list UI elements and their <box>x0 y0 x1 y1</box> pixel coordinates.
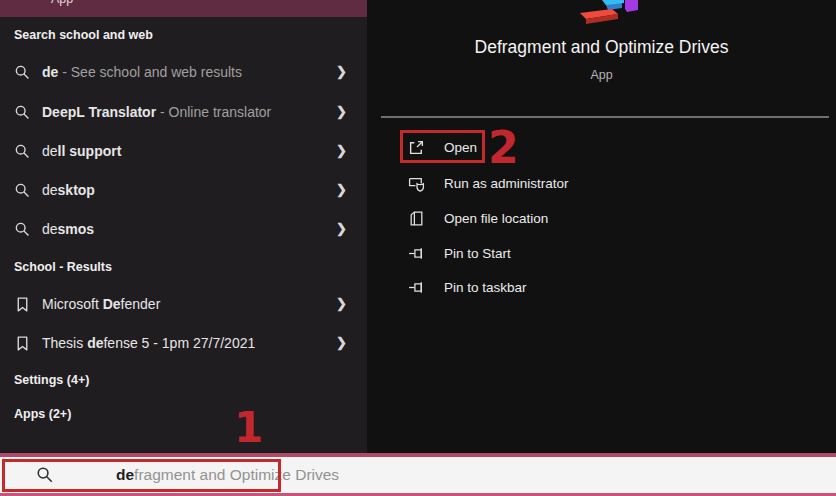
chevron-right-icon[interactable]: ❯ <box>336 104 347 119</box>
bookmark-icon <box>14 335 31 352</box>
app-subtitle: App <box>367 68 836 82</box>
annotation-step-1: 1 <box>234 407 263 449</box>
result-text: Thesis defense 5 - 1pm 27/7/2021 <box>42 335 255 351</box>
action-pin-to-taskbar[interactable]: Pin to taskbar <box>367 272 836 302</box>
bookmark-icon <box>14 296 31 313</box>
annotation-step-2: 2 <box>488 126 519 170</box>
suggestion-text: DeepL Translator - Online translator <box>42 104 271 120</box>
chevron-right-icon[interactable]: ❯ <box>336 64 347 79</box>
action-label: Pin to taskbar <box>444 280 527 295</box>
section-header-apps[interactable]: Apps (2+) <box>14 407 71 423</box>
search-icon <box>14 143 31 160</box>
file-location-icon <box>408 210 425 227</box>
chevron-right-icon[interactable]: ❯ <box>336 335 347 350</box>
result-detail-panel: Defragment and Optimize Drives App Open … <box>367 0 836 457</box>
start-menu-search: App Search school and web de - See schoo… <box>0 0 836 496</box>
section-header-web: Search school and web <box>14 28 153 44</box>
search-suggestion-row[interactable]: de - See school and web results ❯ <box>0 54 367 90</box>
chevron-right-icon[interactable]: ❯ <box>336 296 347 311</box>
search-icon <box>14 64 31 81</box>
action-open-file-location[interactable]: Open file location <box>367 203 836 233</box>
search-results-panel: App Search school and web de - See schoo… <box>0 0 367 457</box>
school-result-row[interactable]: Microsoft Defender ❯ <box>0 286 367 322</box>
action-run-as-admin[interactable]: Run as administrator <box>367 168 836 198</box>
admin-shield-icon <box>408 175 425 192</box>
suggestion-text: desktop <box>42 182 95 198</box>
suggestion-text: de - See school and web results <box>42 64 242 80</box>
annotation-box-open <box>400 130 485 163</box>
selected-item-label: App <box>51 0 73 6</box>
action-label: Pin to Start <box>444 246 511 261</box>
search-icon <box>14 182 31 199</box>
app-title: Defragment and Optimize Drives <box>367 37 836 58</box>
chevron-right-icon[interactable]: ❯ <box>336 143 347 158</box>
search-icon <box>14 104 31 121</box>
search-suggestion-row[interactable]: desktop ❯ <box>0 172 367 208</box>
action-pin-to-start[interactable]: Pin to Start <box>367 238 836 268</box>
pin-icon <box>408 245 425 262</box>
section-header-settings[interactable]: Settings (4+) <box>14 373 89 389</box>
action-label: Open file location <box>444 211 548 226</box>
divider <box>381 116 829 118</box>
chevron-right-icon[interactable]: ❯ <box>336 221 347 236</box>
search-suggestion-row[interactable]: desmos ❯ <box>0 211 367 247</box>
pin-icon <box>408 279 425 296</box>
search-suggestion-row[interactable]: dell support ❯ <box>0 133 367 169</box>
search-suggestion-row[interactable]: DeepL Translator - Online translator ❯ <box>0 94 367 130</box>
action-label: Run as administrator <box>444 176 569 191</box>
school-result-row[interactable]: Thesis defense 5 - 1pm 27/7/2021 ❯ <box>0 325 367 361</box>
chevron-right-icon[interactable]: ❯ <box>336 182 347 197</box>
suggestion-text: desmos <box>42 221 94 237</box>
section-header-school: School - Results <box>14 260 112 276</box>
defrag-app-icon <box>578 0 644 26</box>
annotation-box-search <box>2 459 281 492</box>
suggestion-text: dell support <box>42 143 121 159</box>
selected-result-item[interactable]: App <box>0 0 367 17</box>
result-text: Microsoft Defender <box>42 296 160 312</box>
search-icon <box>14 221 31 238</box>
